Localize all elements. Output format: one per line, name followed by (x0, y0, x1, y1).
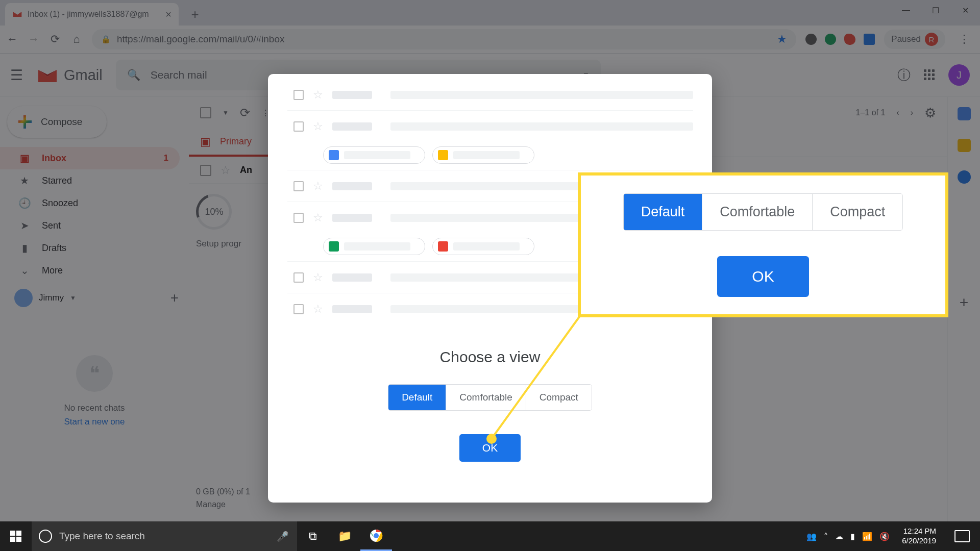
svg-point-3 (374, 533, 379, 538)
file-explorer-icon[interactable]: 📁 (329, 521, 360, 551)
system-tray: 👥 ˄ ☁ ▮ 📶 🔇 12:24 PM 6/20/2019 (806, 527, 980, 546)
volume-icon[interactable]: 🔇 (879, 532, 890, 541)
people-icon[interactable]: 👥 (806, 532, 817, 541)
callout-option-compact[interactable]: Compact (813, 194, 902, 230)
callout-option-comfortable[interactable]: Comfortable (702, 194, 813, 230)
tray-chevron-icon[interactable]: ˄ (824, 532, 828, 541)
chrome-taskbar-icon[interactable] (360, 521, 392, 551)
windows-logo-icon (10, 531, 21, 542)
cortana-icon (39, 530, 52, 543)
callout-option-default[interactable]: Default (624, 194, 703, 230)
callout-ok-button[interactable]: OK (717, 256, 809, 297)
callout-magnifier: Default Comfortable Compact OK (578, 172, 948, 317)
action-center-icon[interactable] (954, 530, 970, 542)
onedrive-icon[interactable]: ☁ (835, 532, 843, 541)
ok-button[interactable]: OK (459, 434, 521, 462)
wifi-icon[interactable]: 📶 (862, 532, 872, 541)
dialog-title: Choose a view (440, 348, 541, 366)
task-view-icon[interactable]: ⧉ (297, 521, 329, 551)
density-segmented-control: Default Comfortable Compact (388, 384, 592, 411)
start-button[interactable] (0, 521, 32, 551)
density-option-comfortable[interactable]: Comfortable (446, 385, 526, 410)
clock-time: 12:24 PM (902, 527, 936, 536)
windows-taskbar: Type here to search 🎤 ⧉ 📁 👥 ˄ ☁ ▮ 📶 🔇 12… (0, 521, 980, 551)
clock-date: 6/20/2019 (902, 536, 936, 546)
density-option-default[interactable]: Default (388, 385, 446, 410)
cortana-placeholder: Type here to search (59, 531, 145, 542)
taskbar-clock[interactable]: 12:24 PM 6/20/2019 (897, 527, 941, 546)
cortana-search[interactable]: Type here to search 🎤 (32, 521, 297, 551)
density-option-compact[interactable]: Compact (526, 385, 592, 410)
callout-segmented-control: Default Comfortable Compact (623, 193, 903, 231)
mic-icon[interactable]: 🎤 (277, 531, 289, 542)
battery-icon[interactable]: ▮ (850, 532, 855, 541)
